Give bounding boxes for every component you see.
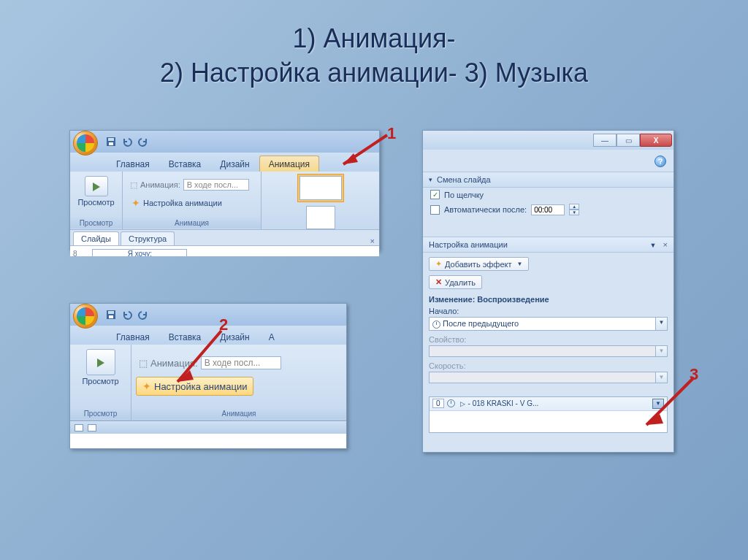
delete-icon: ✕ [435,277,442,287]
start-combo[interactable]: После предыдущего ▼ [429,317,668,331]
delete-button[interactable]: ✕ Удалить [429,275,482,289]
close-icon[interactable]: × [370,237,375,245]
callout-3: 3 [690,365,698,384]
group-label-animation: Анимация [123,218,261,229]
animation-dropdown[interactable]: В ходе посл... [201,356,281,369]
property-label: Свойство: [429,335,668,344]
speed-combo: ▼ [429,372,668,383]
star-icon: ✦ [142,380,151,392]
start-label: Начало: [429,307,668,315]
clock-icon [432,321,440,329]
animation-settings-button[interactable]: ✦ Настройка анимации [127,195,226,211]
view-normal-icon[interactable] [75,424,83,431]
transition-thumb[interactable] [306,206,335,230]
tab-design[interactable]: Дизайн [210,329,259,345]
callout-2: 2 [219,315,228,334]
speed-label: Скорость: [429,361,668,370]
transition-thumb-selected[interactable] [299,176,342,200]
minimize-button[interactable]: — [593,134,617,147]
qat-bar [70,131,379,153]
ribbon-body: Просмотр Просмотр ⬚ Анимация: В ходе пос… [70,172,379,230]
animation-dropdown[interactable]: В ходе посл... [183,179,249,191]
doc-tabs: Слайды Структура × [70,230,379,246]
tab-animation[interactable]: Анимация [259,156,319,172]
play-icon [93,183,100,191]
animation-pane-title: Настройка анимации ▼ × [423,237,673,253]
screenshot-panel-1: Главная Вставка Дизайн Анимация Просмотр… [69,130,380,250]
group-animation: ⬚ Анимация: В ходе посл... ✦ Настройка а… [131,345,346,420]
pane-menu-icon[interactable]: ▼ [650,242,657,249]
tab-design[interactable]: Дизайн [210,156,259,172]
on-click-row: По щелчку [423,188,673,202]
svg-rect-4 [108,311,114,314]
slide-title: 1) Анимация- 2) Настройка анимации- 3) М… [0,0,748,91]
animation-pane-body: ✦ Добавить эффект ▼ ✕ Удалить Изменение:… [423,253,673,437]
property-combo: ▼ [429,345,668,357]
star-icon: ✦ [435,259,442,269]
time-spinner[interactable]: ▲▼ [569,204,579,215]
pane-close-icon[interactable]: × [663,240,668,249]
view-sorter-icon[interactable] [88,424,96,431]
office-button[interactable] [73,131,98,156]
add-effect-button[interactable]: ✦ Добавить эффект ▼ [429,257,529,271]
animation-label: Анимация: [140,180,180,189]
slide-number: 8 [73,250,77,256]
auto-after-input[interactable] [531,204,565,215]
help-icon[interactable]: ? [654,156,666,167]
change-label: Изменение: Воспроизведение [429,295,668,304]
save-icon[interactable] [105,309,117,321]
auto-after-row: Автоматически после: ▲▼ [423,202,673,218]
effect-name: - 018 KRASKI - V G... [468,399,539,407]
effect-index: 0 [432,399,444,408]
undo-icon[interactable] [121,136,133,147]
svg-rect-5 [109,315,113,318]
tab-animation[interactable]: А [259,329,284,345]
close-button[interactable]: X [640,134,672,147]
callout-1: 1 [387,124,396,143]
chevron-down-icon: ▼ [516,261,522,267]
animation-settings-button[interactable]: ✦ Настройка анимации [136,377,253,396]
group-animation: ⬚ Анимация: В ходе посл... ✦ Настройка а… [123,172,262,229]
auto-after-label: Автоматически после: [444,205,527,214]
screenshot-panel-2: Главная Вставка Дизайн А Просмотр Просмо… [69,303,347,449]
preview-button[interactable]: Просмотр [75,174,117,208]
maximize-button[interactable]: ▭ [617,134,640,147]
on-click-checkbox[interactable] [430,190,440,199]
preview-button[interactable]: Просмотр [79,348,121,387]
auto-after-checkbox[interactable] [430,205,440,215]
group-label-preview: Просмотр [70,408,131,419]
group-preview: Просмотр Просмотр [70,172,123,229]
ribbon-tabs: Главная Вставка Дизайн Анимация [70,153,379,172]
redo-icon[interactable] [137,136,149,147]
screenshot-panel-3: — ▭ X ? ▾ Смена слайда По щелчку Автомат… [422,130,674,453]
on-click-label: По щелчку [444,191,484,199]
play-icon [97,358,104,367]
clock-icon [447,399,455,407]
tab-structure[interactable]: Структура [121,231,175,245]
tab-insert[interactable]: Вставка [159,156,211,172]
tab-home[interactable]: Главная [107,156,159,172]
effect-item[interactable]: 0 ▷ - 018 KRASKI - V G... ▼ [430,397,667,411]
chevron-down-icon[interactable]: ▼ [655,318,667,330]
slide-thumb[interactable]: Я хочу: [92,249,187,256]
svg-rect-1 [108,138,114,141]
chevron-down-icon[interactable]: ▾ [429,176,432,183]
group-label-animation: Анимация [131,408,346,419]
office-button[interactable] [73,304,98,329]
save-icon[interactable] [105,136,117,147]
group-preview: Просмотр Просмотр [70,345,131,420]
redo-icon[interactable] [137,309,149,321]
window-controls: — ▭ X [423,131,673,150]
tab-slides[interactable]: Слайды [73,231,119,245]
effect-dropdown-icon[interactable]: ▼ [652,399,664,409]
slide-list: 8 Я хочу: [70,246,379,256]
anim-transform-icon: ⬚ [139,358,148,369]
transition-title: Смена слайда [437,175,491,184]
svg-rect-2 [109,142,113,145]
undo-icon[interactable] [121,309,133,321]
tab-home[interactable]: Главная [107,329,159,345]
effect-list: 0 ▷ - 018 KRASKI - V G... ▼ [429,396,668,433]
status-bar [70,421,346,434]
star-icon: ✦ [131,197,140,209]
tab-insert[interactable]: Вставка [159,329,211,345]
